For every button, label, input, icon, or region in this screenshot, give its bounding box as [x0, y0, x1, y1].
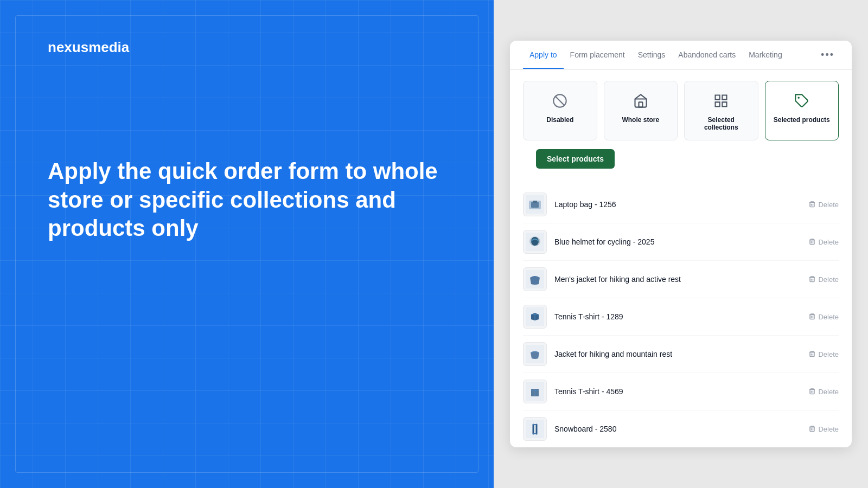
svg-point-13 [531, 237, 539, 246]
delete-button-4[interactable]: Delete [808, 313, 839, 321]
svg-line-1 [556, 97, 564, 105]
tab-more-button[interactable]: ••• [816, 41, 839, 69]
tab-apply-to[interactable]: Apply to [523, 42, 564, 69]
option-selected-collections[interactable]: Selected collections [684, 81, 758, 140]
option-selected-collections-label: Selected collections [691, 116, 751, 131]
svg-rect-39 [526, 420, 544, 438]
option-disabled[interactable]: Disabled [523, 81, 597, 140]
delete-button-1[interactable]: Delete [808, 201, 839, 209]
disabled-icon [549, 90, 571, 112]
svg-rect-2 [639, 102, 642, 107]
brand-name-bold: media [88, 39, 129, 55]
product-thumb-2 [523, 230, 547, 254]
selected-collections-icon [710, 90, 732, 112]
product-thumb-3 [523, 267, 547, 291]
product-name-5: Jacket for hiking and mountain rest [554, 350, 801, 358]
tab-marketing[interactable]: Marketing [742, 42, 788, 69]
product-item: Laptop bag - 1256 Delete [523, 186, 839, 223]
option-disabled-label: Disabled [546, 116, 573, 124]
option-selected-products[interactable]: Selected products [765, 81, 839, 140]
delete-button-5[interactable]: Delete [808, 350, 839, 358]
product-name-7: Snowboard - 2580 [554, 425, 801, 433]
product-thumb-1 [523, 192, 547, 216]
svg-point-3 [797, 97, 800, 99]
left-panel: nexusmedia Apply the quick order form to… [0, 0, 494, 488]
product-thumb-6 [523, 380, 547, 403]
brand-name-regular: nexus [48, 39, 88, 55]
product-name-3: Men's jacket for hiking and active rest [554, 275, 801, 284]
product-thumb-5 [523, 342, 547, 366]
product-name-2: Blue helmet for cycling - 2025 [554, 237, 801, 246]
svg-rect-29 [810, 352, 814, 357]
svg-rect-25 [810, 315, 814, 319]
svg-rect-8 [810, 203, 814, 207]
inner-border [15, 15, 478, 473]
svg-rect-36 [810, 390, 814, 394]
svg-rect-19 [810, 278, 814, 282]
product-item: Men's jacket for hiking and active rest … [523, 261, 839, 298]
option-selected-products-label: Selected products [774, 116, 830, 124]
right-area: Apply to Form placement Settings Abandon… [494, 0, 868, 488]
option-whole-store[interactable]: Whole store [604, 81, 678, 140]
option-whole-store-label: Whole store [622, 116, 659, 124]
delete-button-6[interactable]: Delete [808, 388, 839, 396]
delete-button-3[interactable]: Delete [808, 275, 839, 284]
product-thumb-4 [523, 305, 547, 329]
options-row: Disabled Whole store [510, 70, 852, 149]
product-item: Jacket for hiking and mountain rest Dele… [523, 336, 839, 373]
whole-store-icon [630, 90, 652, 112]
product-list: Laptop bag - 1256 Delete [510, 186, 852, 447]
svg-rect-44 [810, 427, 814, 432]
svg-rect-6 [531, 202, 539, 208]
tab-form-placement[interactable]: Form placement [564, 42, 631, 69]
selected-products-icon [791, 90, 813, 112]
product-item: Tennis T-shirt - 1289 Delete [523, 298, 839, 336]
product-name-6: Tennis T-shirt - 4569 [554, 387, 801, 396]
hero-text: Apply the quick order form to whole stor… [48, 157, 446, 243]
tab-settings[interactable]: Settings [631, 42, 672, 69]
product-item: Tennis T-shirt - 4569 Delete [523, 373, 839, 410]
delete-button-2[interactable]: Delete [808, 238, 839, 246]
brand-logo: nexusmedia [48, 39, 129, 56]
tabs-container: Apply to Form placement Settings Abandon… [510, 41, 852, 70]
product-item: Snowboard - 2580 Delete [523, 410, 839, 447]
product-name-4: Tennis T-shirt - 1289 [554, 312, 801, 321]
product-item: Blue helmet for cycling - 2025 Delete [523, 223, 839, 261]
svg-rect-14 [810, 240, 814, 245]
main-card: Apply to Form placement Settings Abandon… [510, 41, 852, 447]
delete-button-7[interactable]: Delete [808, 425, 839, 433]
select-products-button[interactable]: Select products [536, 149, 615, 169]
product-name-1: Laptop bag - 1256 [554, 200, 801, 209]
svg-rect-7 [533, 201, 537, 203]
tab-abandoned-carts[interactable]: Abandoned carts [672, 42, 742, 69]
product-thumb-7 [523, 417, 547, 441]
